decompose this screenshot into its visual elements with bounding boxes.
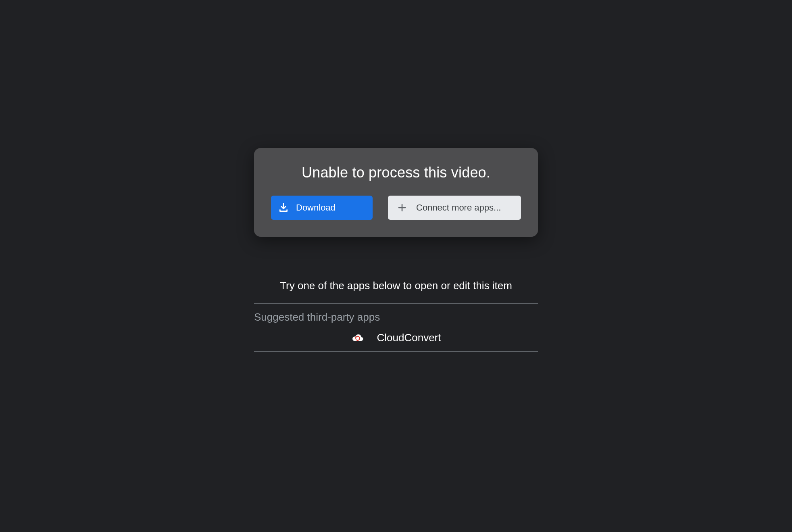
error-title: Unable to process this video. — [302, 164, 490, 181]
plus-icon — [388, 203, 416, 213]
connect-more-apps-button[interactable]: Connect more apps... — [388, 196, 521, 220]
cloud-convert-icon — [351, 334, 363, 342]
download-icon — [271, 202, 296, 213]
download-button[interactable]: Download — [271, 196, 373, 220]
suggested-apps-section: Suggested third-party apps CloudConvert — [254, 303, 538, 352]
suggested-apps-heading: Suggested third-party apps — [254, 311, 538, 323]
download-button-label: Download — [296, 202, 373, 213]
error-card: Unable to process this video. Download — [254, 148, 538, 237]
suggested-app-name: CloudConvert — [377, 332, 441, 344]
divider-bottom — [254, 351, 538, 352]
divider-top — [254, 303, 538, 304]
content-wrapper: Unable to process this video. Download — [254, 148, 538, 352]
suggested-app-cloudconvert[interactable]: CloudConvert — [254, 329, 538, 351]
button-row: Download Connect more apps... — [271, 196, 521, 220]
try-apps-text: Try one of the apps below to open or edi… — [280, 280, 512, 292]
connect-more-apps-label: Connect more apps... — [416, 202, 521, 213]
